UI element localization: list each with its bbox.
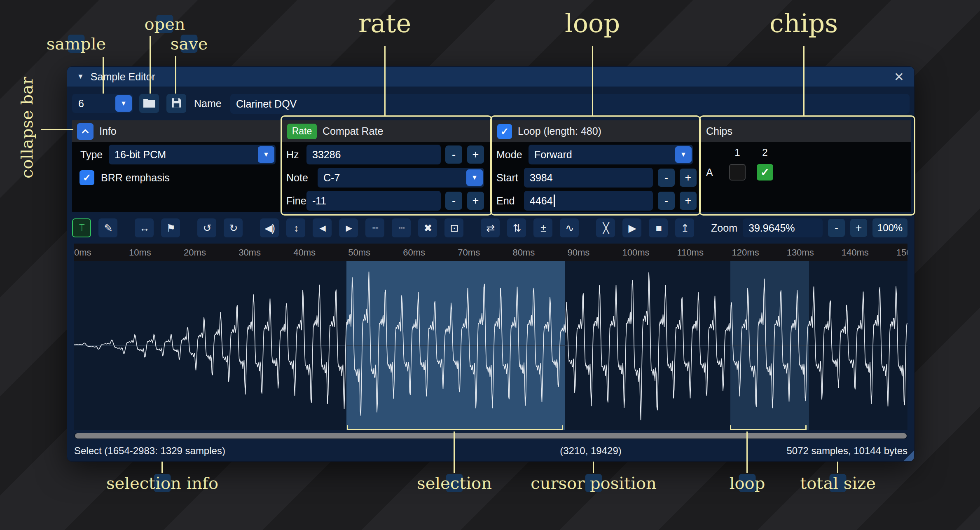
sign-invert-button[interactable]: ±	[533, 218, 552, 237]
statusbar: Select (1654-2983: 1329 samples) (3210, …	[74, 443, 907, 459]
loop-mode-dropdown-arrow[interactable]: ▼	[675, 146, 692, 163]
reverse-icon: ⇄	[486, 222, 494, 234]
undo-button[interactable]: ↺	[197, 218, 216, 237]
annotation-loop: loop	[565, 8, 620, 38]
zoom-out-button[interactable]: -	[828, 219, 845, 237]
fade-out-button[interactable]: ►	[339, 218, 358, 237]
info-panel-title: Info	[99, 125, 117, 137]
trim-button[interactable]: ⊡	[444, 218, 463, 237]
note-dropdown-arrow[interactable]: ▼	[466, 169, 483, 186]
note-dropdown[interactable]: C-7 ▼	[318, 168, 484, 188]
annotation-line	[592, 46, 593, 115]
resize-grip[interactable]	[903, 450, 914, 461]
loop-start-increment-button[interactable]: +	[680, 169, 697, 187]
selection-info-status: Select (1654-2983: 1329 samples)	[74, 445, 225, 457]
crossfade-icon: ╳	[603, 222, 608, 234]
reverse-button[interactable]: ⇄	[481, 218, 500, 237]
brr-emphasis-checkbox[interactable]: ✓	[80, 170, 94, 185]
loop-enable-checkbox[interactable]: ✓	[497, 124, 512, 139]
sample-number-dropdown-arrow[interactable]: ▼	[115, 95, 132, 112]
fade-in-icon: ◄	[318, 222, 327, 234]
chip-2-checkbox[interactable]: ✓	[757, 164, 773, 181]
ruler-label: 40ms	[293, 247, 316, 258]
normalize-button[interactable]: ↕	[286, 218, 305, 237]
scrollbar-thumb[interactable]	[75, 433, 907, 439]
loop-start-value: 3984	[530, 172, 553, 184]
loop-end-increment-button[interactable]: +	[680, 192, 697, 210]
draw-button[interactable]: ✎	[98, 218, 117, 237]
zoom-input[interactable]: 39.9645%	[743, 218, 823, 237]
waveform-scrollbar[interactable]	[74, 433, 907, 439]
edit-mode-button[interactable]: ⌶	[72, 218, 91, 237]
normalize-icon: ↕	[294, 222, 298, 234]
chip-1-checkbox[interactable]	[729, 164, 746, 181]
hz-decrement-button[interactable]: -	[445, 145, 462, 164]
hz-input[interactable]: 33286	[306, 145, 441, 164]
fine-increment-button[interactable]: +	[467, 192, 484, 210]
sign-invert-icon: ±	[540, 222, 545, 234]
loop-mode-dropdown[interactable]: Forward ▼	[529, 145, 693, 164]
waveform-canvas[interactable]	[74, 261, 907, 430]
rate-badge-button[interactable]: Rate	[287, 124, 317, 139]
sample-type-dropdown-arrow[interactable]: ▼	[258, 146, 274, 163]
toolbar-buttons: ⌶✎↔⚑↺↻◀)↕◄►╌┄✖⊡⇄⇅±∿╳▶■↥	[72, 218, 694, 237]
fine-decrement-button[interactable]: -	[445, 192, 462, 210]
sample-type-dropdown[interactable]: 16-bit PCM ▼	[109, 145, 276, 164]
resize-button[interactable]: ↔	[135, 218, 154, 237]
window-title: Sample Editor	[91, 71, 155, 83]
window-collapse-icon[interactable]: ▼	[77, 73, 84, 81]
loop-start-decrement-button[interactable]: -	[658, 169, 675, 187]
fade-in-button[interactable]: ◄	[313, 218, 332, 237]
ruler-label: 30ms	[239, 247, 261, 258]
annotation-selection: selection	[446, 474, 463, 492]
insert-silence-button[interactable]: ╌	[365, 218, 384, 237]
annotation-line	[41, 129, 73, 130]
sample-name-input[interactable]: Clarinet DQV	[230, 94, 910, 114]
rate-panel-header: Rate Compat Rate	[282, 120, 490, 142]
ruler-label: 100ms	[622, 247, 650, 258]
filter-button[interactable]: ∿	[560, 218, 579, 237]
titlebar[interactable]: ▼ Sample Editor ✕	[67, 67, 914, 87]
preview-button[interactable]: ▶	[622, 218, 641, 237]
ruler-label: 130ms	[787, 247, 814, 258]
ruler-label: 10ms	[129, 247, 151, 258]
hz-label: Hz	[286, 145, 299, 164]
fine-input[interactable]: -11	[306, 191, 441, 211]
apply-silence-button[interactable]: ┄	[392, 218, 411, 237]
annotation-line	[454, 432, 455, 473]
sample-number-select[interactable]: 6 ▼	[72, 94, 133, 113]
zoom-reset-button[interactable]: 100%	[872, 218, 907, 237]
annotation-line	[384, 46, 386, 115]
upload-button[interactable]: ↥	[675, 218, 694, 237]
annotation-save: save	[181, 35, 198, 53]
close-icon[interactable]: ✕	[894, 70, 904, 84]
ruler-label: 140ms	[842, 247, 869, 258]
invert-button[interactable]: ⇅	[507, 218, 526, 237]
loop-end-input[interactable]: 4464	[524, 191, 653, 211]
hz-increment-button[interactable]: +	[467, 145, 484, 164]
zoom-in-button[interactable]: +	[850, 219, 867, 237]
type-label: Type	[80, 145, 103, 164]
save-sample-button[interactable]	[166, 94, 186, 113]
annotation-line	[150, 36, 151, 94]
loop-start-input[interactable]: 3984	[524, 168, 653, 188]
annotation-open: open	[157, 15, 173, 33]
checkmark-icon: ✓	[83, 172, 91, 183]
chip-column-1-label: 1	[729, 147, 746, 158]
delete-icon: ✖	[424, 222, 432, 234]
stop-preview-button[interactable]: ■	[649, 218, 668, 237]
crossfade-button[interactable]: ╳	[596, 218, 615, 237]
collapse-bar-button[interactable]	[77, 123, 94, 140]
delete-button[interactable]: ✖	[418, 218, 437, 237]
open-sample-button[interactable]	[139, 94, 159, 113]
ruler-label: 20ms	[184, 247, 206, 258]
annotation-line	[746, 432, 748, 473]
amplify-button[interactable]: ◀)	[260, 218, 279, 237]
loop-end-value: 4464	[530, 195, 553, 207]
undo-icon: ↺	[203, 222, 211, 234]
resample-button[interactable]: ⚑	[161, 218, 180, 237]
zoom-label: Zoom	[711, 222, 737, 234]
redo-button[interactable]: ↻	[224, 218, 243, 237]
loop-end-decrement-button[interactable]: -	[658, 192, 675, 210]
timeline-ruler[interactable]: 0ms10ms20ms30ms40ms50ms60ms70ms80ms90ms1…	[74, 244, 907, 261]
